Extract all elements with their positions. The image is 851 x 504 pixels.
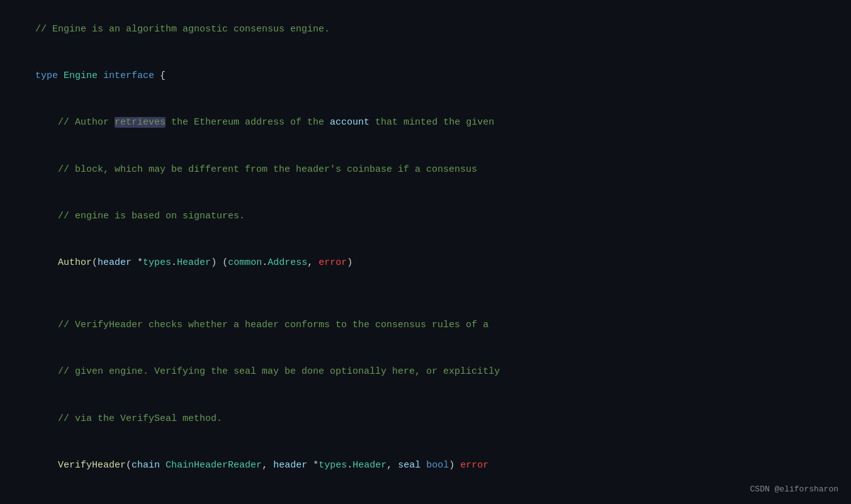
empty-line-2: [13, 489, 838, 504]
watermark: CSDN @eliforsharon: [750, 483, 838, 496]
code-line-8: // VerifyHeader checks whether a header …: [13, 302, 838, 349]
code-line-2: type Engine interface {: [13, 53, 838, 99]
code-line-5: // engine is based on signatures.: [13, 193, 838, 240]
code-line-6: Author(header *types.Header) (common.Add…: [13, 240, 838, 286]
code-line-11: VerifyHeader(chain ChainHeaderReader, he…: [13, 442, 838, 489]
code-editor: // Engine is an algorithm agnostic conse…: [0, 0, 851, 504]
code-line-9: // given engine. Verifying the seal may …: [13, 349, 838, 396]
code-line-3: // Author retrieves the Ethereum address…: [13, 100, 838, 147]
empty-line-1: [13, 287, 838, 303]
code-line-1: // Engine is an algorithm agnostic conse…: [13, 6, 838, 53]
code-line-4: // block, which may be different from th…: [13, 147, 838, 193]
code-line-10: // via the VerifySeal method.: [13, 396, 838, 442]
